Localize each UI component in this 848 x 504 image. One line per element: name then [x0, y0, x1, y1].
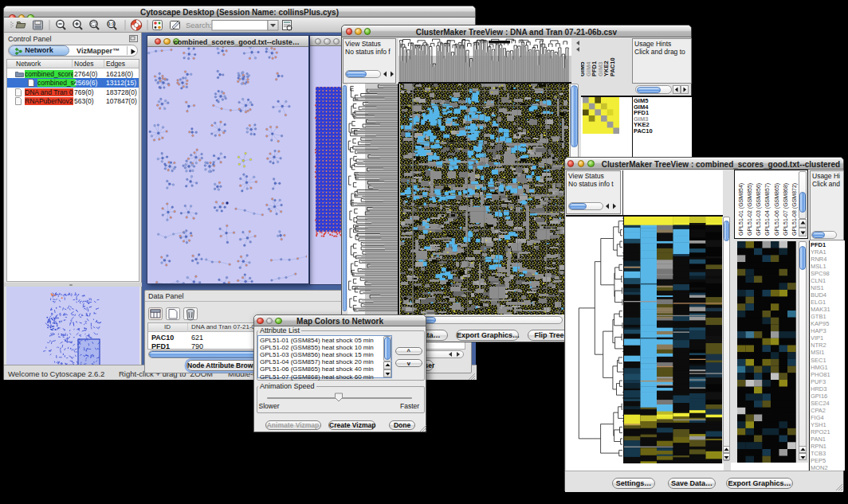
- svg-text:PEP5: PEP5: [811, 457, 826, 464]
- svg-text:GPL51-07 (GSM868): GPL51-07 (GSM868): [783, 183, 789, 236]
- svg-text:NIS1: NIS1: [811, 284, 824, 291]
- svg-text:MSL1: MSL1: [811, 263, 826, 270]
- svg-text:RNR4: RNR4: [811, 256, 826, 263]
- svg-text:GPL51-01 (GSM854): GPL51-01 (GSM854): [738, 183, 744, 236]
- svg-text:BUD4: BUD4: [811, 291, 826, 299]
- svg-text:GPL51-08 (GSM872): GPL51-08 (GSM872): [791, 183, 798, 236]
- svg-text:MSI1: MSI1: [811, 349, 825, 356]
- svg-text:Search:: Search:: [186, 21, 212, 29]
- svg-text:GPL51-03 (GSM856): GPL51-03 (GSM856): [756, 183, 762, 236]
- svg-text:RPN1: RPN1: [811, 443, 826, 450]
- svg-text:CPA2: CPA2: [811, 407, 826, 414]
- svg-text:MAK31: MAK31: [811, 306, 830, 313]
- svg-text:HMG1: HMG1: [811, 364, 828, 371]
- svg-text:RPO21: RPO21: [811, 428, 830, 436]
- svg-text:YSH1: YSH1: [811, 421, 826, 428]
- svg-text:VIP1: VIP1: [811, 334, 823, 342]
- svg-text:GPL51-02 (GSM855): GPL51-02 (GSM855): [747, 183, 753, 236]
- svg-text:KAP95: KAP95: [811, 320, 829, 327]
- svg-text:YRA1: YRA1: [811, 248, 826, 256]
- svg-text:SEC1: SEC1: [811, 357, 826, 364]
- svg-text:TCB3: TCB3: [811, 450, 826, 457]
- svg-text:1:1: 1:1: [108, 21, 115, 26]
- svg-text:NTR2: NTR2: [811, 342, 826, 349]
- svg-text:HAP3: HAP3: [811, 327, 826, 334]
- svg-text:PFD1: PFD1: [811, 241, 826, 248]
- svg-text:PHO81: PHO81: [811, 371, 830, 378]
- svg-text:PAN1: PAN1: [811, 436, 826, 443]
- svg-text:GPI16: GPI16: [811, 393, 827, 400]
- svg-text:PAC10: PAC10: [609, 57, 616, 76]
- svg-text:GPL51-06 (GSM865): GPL51-06 (GSM865): [774, 183, 780, 236]
- svg-text:SEC24: SEC24: [811, 400, 830, 407]
- svg-text:GPL51-04 (GSM857): GPL51-04 (GSM857): [764, 183, 771, 236]
- svg-text:GTB1: GTB1: [811, 313, 826, 320]
- svg-text:FIG4: FIG4: [811, 414, 824, 421]
- svg-text:ELG1: ELG1: [811, 299, 826, 306]
- svg-text:CLN1: CLN1: [811, 277, 826, 284]
- svg-text:MON2: MON2: [811, 464, 828, 471]
- svg-text:PUF3: PUF3: [811, 378, 826, 385]
- svg-text:SPC98: SPC98: [811, 270, 830, 277]
- svg-text:HRD3: HRD3: [811, 385, 826, 393]
